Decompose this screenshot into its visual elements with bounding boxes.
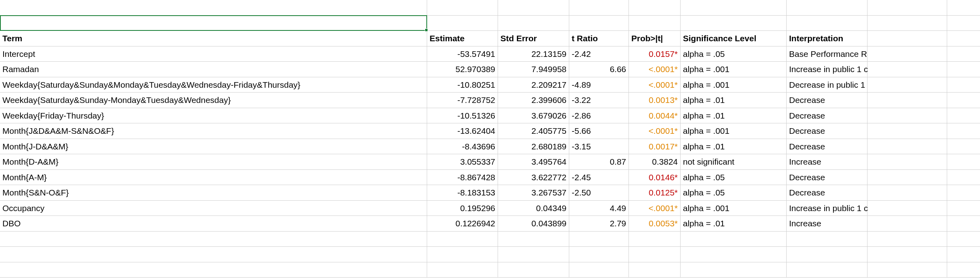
col-header-term[interactable]: Term xyxy=(0,31,427,46)
prob-cell[interactable]: 0.0013* xyxy=(629,93,681,108)
sig-cell[interactable]: alpha = .01 xyxy=(681,93,787,108)
blank-cell[interactable] xyxy=(868,31,947,46)
term-cell[interactable]: Month{J&D&A&M-S&N&O&F} xyxy=(0,123,427,139)
prob-cell[interactable]: 0.0017* xyxy=(629,139,681,155)
blank-cell[interactable] xyxy=(947,170,980,185)
blank-cell[interactable] xyxy=(681,16,787,31)
interp-cell[interactable]: Decrease xyxy=(787,185,868,201)
sig-cell[interactable]: not significant xyxy=(681,154,787,170)
blank-cell[interactable] xyxy=(681,247,787,262)
stderr-cell[interactable]: 3.679026 xyxy=(498,108,569,124)
blank-cell[interactable] xyxy=(868,232,947,247)
estimate-cell[interactable]: 0.1226942 xyxy=(427,216,498,232)
col-header-interp[interactable]: Interpretation xyxy=(787,31,868,46)
blank-cell[interactable] xyxy=(0,232,427,247)
prob-cell[interactable]: 0.0157* xyxy=(629,46,681,62)
term-cell[interactable]: DBO xyxy=(0,216,427,232)
tratio-cell[interactable]: -2.45 xyxy=(569,170,629,185)
blank-cell[interactable] xyxy=(498,0,569,16)
blank-cell[interactable] xyxy=(569,0,629,16)
interp-cell[interactable]: Increase xyxy=(787,154,868,170)
blank-cell[interactable] xyxy=(868,46,947,62)
prob-cell[interactable]: <.0001* xyxy=(629,62,681,77)
blank-cell[interactable] xyxy=(868,16,947,31)
blank-cell[interactable] xyxy=(427,0,498,16)
tratio-cell[interactable]: -3.22 xyxy=(569,93,629,108)
blank-cell[interactable] xyxy=(947,16,980,31)
blank-cell[interactable] xyxy=(787,0,868,16)
blank-cell[interactable] xyxy=(569,247,629,262)
sig-cell[interactable]: alpha = .01 xyxy=(681,108,787,124)
stderr-cell[interactable]: 22.13159 xyxy=(498,46,569,62)
blank-cell[interactable] xyxy=(868,77,947,93)
estimate-cell[interactable]: -7.728752 xyxy=(427,93,498,108)
blank-cell[interactable] xyxy=(498,16,569,31)
col-header-estimate[interactable]: Estimate xyxy=(427,31,498,46)
stderr-cell[interactable]: 0.043899 xyxy=(498,216,569,232)
estimate-cell[interactable]: 0.195296 xyxy=(427,201,498,216)
estimate-cell[interactable]: -13.62404 xyxy=(427,123,498,139)
col-header-tratio[interactable]: t Ratio xyxy=(569,31,629,46)
blank-cell[interactable] xyxy=(868,262,947,278)
stderr-cell[interactable]: 7.949958 xyxy=(498,62,569,77)
prob-cell[interactable]: 0.0146* xyxy=(629,170,681,185)
col-header-sig[interactable]: Significance Level xyxy=(681,31,787,46)
sig-cell[interactable]: alpha = .001 xyxy=(681,62,787,77)
interp-cell[interactable]: Decrease xyxy=(787,123,868,139)
interp-cell[interactable]: Increase xyxy=(787,216,868,232)
blank-cell[interactable] xyxy=(947,31,980,46)
blank-cell[interactable] xyxy=(947,201,980,216)
sig-cell[interactable]: alpha = .001 xyxy=(681,201,787,216)
blank-cell[interactable] xyxy=(569,16,629,31)
estimate-cell[interactable]: -8.43696 xyxy=(427,139,498,155)
blank-cell[interactable] xyxy=(0,262,427,278)
blank-cell[interactable] xyxy=(947,247,980,262)
term-cell[interactable]: Month{J-D&A&M} xyxy=(0,139,427,155)
blank-cell[interactable] xyxy=(947,93,980,108)
stderr-cell[interactable]: 3.622772 xyxy=(498,170,569,185)
blank-cell[interactable] xyxy=(569,262,629,278)
sig-cell[interactable]: alpha = .01 xyxy=(681,139,787,155)
blank-cell[interactable] xyxy=(868,62,947,77)
blank-cell[interactable] xyxy=(947,262,980,278)
prob-cell[interactable]: 0.0125* xyxy=(629,185,681,201)
tratio-cell[interactable]: -3.15 xyxy=(569,139,629,155)
blank-cell[interactable] xyxy=(569,232,629,247)
blank-cell[interactable] xyxy=(629,0,681,16)
stderr-cell[interactable]: 0.04349 xyxy=(498,201,569,216)
blank-cell[interactable] xyxy=(947,123,980,139)
stderr-cell[interactable]: 2.209217 xyxy=(498,77,569,93)
blank-cell[interactable] xyxy=(947,46,980,62)
estimate-cell[interactable]: -8.867428 xyxy=(427,170,498,185)
prob-cell[interactable]: <.0001* xyxy=(629,123,681,139)
blank-cell[interactable] xyxy=(787,262,868,278)
blank-cell[interactable] xyxy=(868,93,947,108)
blank-cell[interactable] xyxy=(947,108,980,124)
tratio-cell[interactable]: -2.86 xyxy=(569,108,629,124)
tratio-cell[interactable]: 6.66 xyxy=(569,62,629,77)
blank-cell[interactable] xyxy=(787,16,868,31)
prob-cell[interactable]: <.0001* xyxy=(629,201,681,216)
blank-cell[interactable] xyxy=(427,16,498,31)
blank-cell[interactable] xyxy=(947,62,980,77)
blank-cell[interactable] xyxy=(868,108,947,124)
term-cell[interactable]: Weekday{Friday-Thursday} xyxy=(0,108,427,124)
blank-cell[interactable] xyxy=(787,232,868,247)
term-cell[interactable]: Month{S&N-O&F} xyxy=(0,185,427,201)
blank-cell[interactable] xyxy=(947,77,980,93)
tratio-cell[interactable]: -2.42 xyxy=(569,46,629,62)
blank-cell[interactable] xyxy=(947,0,980,16)
blank-cell[interactable] xyxy=(868,247,947,262)
interp-cell[interactable]: Decrease xyxy=(787,108,868,124)
stderr-cell[interactable]: 3.267537 xyxy=(498,185,569,201)
prob-cell[interactable]: <.0001* xyxy=(629,77,681,93)
blank-cell[interactable] xyxy=(868,185,947,201)
tratio-cell[interactable]: -2.50 xyxy=(569,185,629,201)
term-cell[interactable]: Occupancy xyxy=(0,201,427,216)
stderr-cell[interactable]: 2.399606 xyxy=(498,93,569,108)
blank-cell[interactable] xyxy=(947,232,980,247)
estimate-cell[interactable]: 3.055337 xyxy=(427,154,498,170)
interp-cell[interactable]: Decrease xyxy=(787,170,868,185)
blank-cell[interactable] xyxy=(629,262,681,278)
blank-cell[interactable] xyxy=(868,123,947,139)
